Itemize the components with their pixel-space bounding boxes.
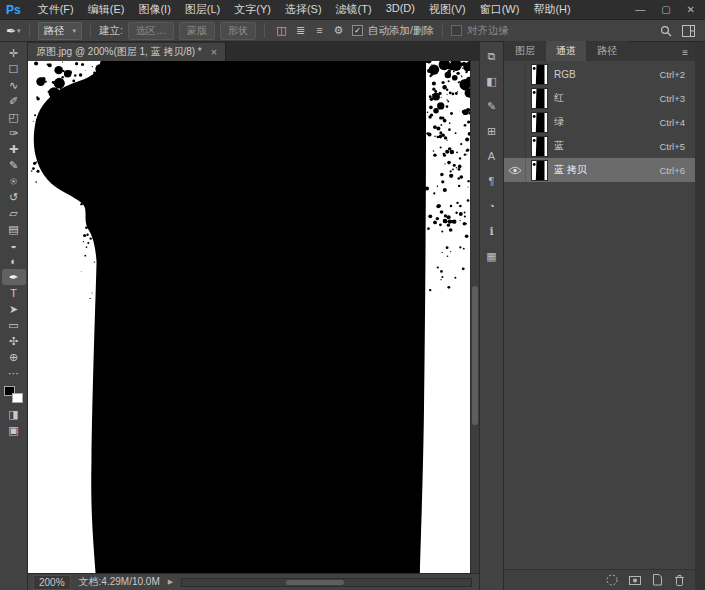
menu-item-8[interactable]: 视图(V) [422,2,473,17]
panel-arrange-icon[interactable]: ⧉ [483,49,501,64]
pen-mode-dropdown[interactable]: 路径 ▾ [38,22,83,40]
document-tab[interactable]: 原图.jpg @ 200%(图层 1, 蓝 拷贝/8) * × [28,43,226,61]
new-channel-icon[interactable] [651,573,664,587]
horizontal-scrollbar-thumb[interactable] [286,580,344,585]
type-tool[interactable]: T [2,285,26,301]
channel-row-2[interactable]: 绿Ctrl+4 [504,110,695,134]
zoom-level-field[interactable]: 200% [33,575,71,590]
shape-tool[interactable]: ▭ [2,317,26,333]
document-size-info: 文档:4.29M/10.0M [79,575,160,589]
minimize-button[interactable]: — [635,4,645,15]
quick-selection-tool[interactable]: ✐ [2,93,26,109]
menu-item-2[interactable]: 图像(I) [131,2,177,17]
menu-item-7[interactable]: 3D(D) [379,2,422,17]
vertical-scrollbar[interactable] [470,61,479,573]
panel-paragraph-icon[interactable]: ¶ [483,174,501,189]
path-arrangement-icon[interactable]: ≡ [311,24,328,37]
menu-item-6[interactable]: 滤镜(T) [329,2,379,17]
load-channel-as-selection-icon[interactable] [605,573,619,587]
channel-row-4[interactable]: 蓝 拷贝Ctrl+6 [504,158,695,182]
menu-item-3[interactable]: 图层(L) [178,2,227,17]
pen-options-gear-icon[interactable]: ⚙ [330,24,347,37]
path-operations-icon[interactable]: ◫ [273,24,290,37]
dodge-tool[interactable]: ◐ [2,253,26,269]
path-alignment-icon[interactable]: ≣ [292,24,309,37]
save-selection-as-channel-icon[interactable] [628,573,642,587]
visibility-toggle-empty[interactable] [504,62,526,86]
color-swatches [4,386,23,403]
visibility-toggle-empty[interactable] [504,110,526,134]
history-brush-tool[interactable]: ↺ [2,189,26,205]
panel-tab-1[interactable]: 通道 [546,41,586,61]
visibility-eye-icon[interactable] [504,158,526,182]
eyedropper-tool[interactable]: ✑ [2,125,26,141]
visibility-toggle-empty[interactable] [504,134,526,158]
tools-toolbar: ✛☐∿✐◰✑✚✎⍟↺▱▤◒◐✒T➤▭✣⊕⋯ ◨▣ [0,42,28,590]
panel-menu-icon[interactable]: ≡ [682,47,695,61]
panel-clone-source-icon[interactable]: ⊞ [483,124,501,139]
crop-tool[interactable]: ◰ [2,109,26,125]
panel-info-icon[interactable]: ℹ [483,224,501,239]
edit-toolbar-button[interactable]: ⋯ [2,365,26,381]
menu-item-10[interactable]: 帮助(H) [526,2,577,17]
channels-panel-footer [504,569,695,590]
move-tool[interactable]: ✛ [2,45,26,61]
tab-close-icon[interactable]: × [211,46,217,58]
chevron-down-icon: ▾ [73,27,77,35]
visibility-toggle-empty[interactable] [504,86,526,110]
close-button[interactable]: ✕ [687,4,695,15]
delete-channel-icon[interactable] [673,573,686,587]
panel-histogram-icon[interactable]: ▦ [483,249,501,264]
background-color-swatch[interactable] [12,393,23,403]
panel-tab-2[interactable]: 路径 [587,41,627,61]
workspace-switcher-icon[interactable] [682,25,695,37]
brush-tool[interactable]: ✎ [2,157,26,173]
gradient-tool[interactable]: ▤ [2,221,26,237]
document-tab-title: 原图.jpg @ 200%(图层 1, 蓝 拷贝/8) * [36,45,202,59]
screen-mode-button[interactable]: ▣ [2,422,26,438]
make-shape-button[interactable]: 形状 [220,22,256,40]
canvas-image[interactable] [28,61,470,573]
vertical-scrollbar-thumb[interactable] [472,286,478,424]
quick-mask-button[interactable]: ◨ [2,406,26,422]
menu-items: 文件(F)编辑(E)图像(I)图层(L)文字(Y)选择(S)滤镜(T)3D(D)… [31,2,578,17]
search-icon[interactable] [660,25,672,37]
eraser-tool[interactable]: ▱ [2,205,26,221]
healing-brush-tool[interactable]: ✚ [2,141,26,157]
path-selection-tool[interactable]: ➤ [2,301,26,317]
menu-item-5[interactable]: 选择(S) [278,2,329,17]
panel-tab-0[interactable]: 图层 [505,41,545,61]
marquee-tool[interactable]: ☐ [2,61,26,77]
make-selection-button[interactable]: 选区… [128,22,174,40]
hand-tool[interactable]: ✣ [2,333,26,349]
menu-item-9[interactable]: 窗口(W) [473,2,527,17]
blur-tool[interactable]: ◒ [2,237,26,253]
panel-color-icon[interactable]: ◧ [483,74,501,89]
photoshop-logo: Ps [6,3,21,17]
panel-brush-icon[interactable]: ✎ [483,99,501,114]
status-flyout-arrow-icon[interactable]: ▶ [168,578,173,586]
menu-item-0[interactable]: 文件(F) [31,2,81,17]
make-mask-button[interactable]: 蒙版 [179,22,215,40]
panel-3d-icon[interactable]: ◔ [483,199,501,214]
clone-stamp-tool[interactable]: ⍟ [2,173,26,189]
auto-add-delete-checkbox[interactable]: ✓ [352,25,363,36]
document-area: 原图.jpg @ 200%(图层 1, 蓝 拷贝/8) * × 200% 文档:… [28,42,479,590]
lasso-tool[interactable]: ∿ [2,77,26,93]
maximize-button[interactable]: ▢ [661,4,670,15]
zoom-tool[interactable]: ⊕ [2,349,26,365]
pen-tool[interactable]: ✒ [2,269,26,285]
channel-row-0[interactable]: RGBCtrl+2 [504,62,695,86]
channel-thumbnail [532,65,547,84]
divider [264,23,265,38]
channel-thumbnail [532,89,547,108]
channel-row-3[interactable]: 蓝Ctrl+5 [504,134,695,158]
panel-character-icon[interactable]: A [483,149,501,164]
channel-row-1[interactable]: 红Ctrl+3 [504,86,695,110]
horizontal-scrollbar[interactable] [181,578,472,587]
current-tool-preset[interactable]: ✒ ▾ [6,24,21,38]
menu-item-1[interactable]: 编辑(E) [81,2,132,17]
menu-item-4[interactable]: 文字(Y) [227,2,278,17]
channel-thumbnail [532,113,547,132]
align-edges-checkbox[interactable] [451,25,462,36]
